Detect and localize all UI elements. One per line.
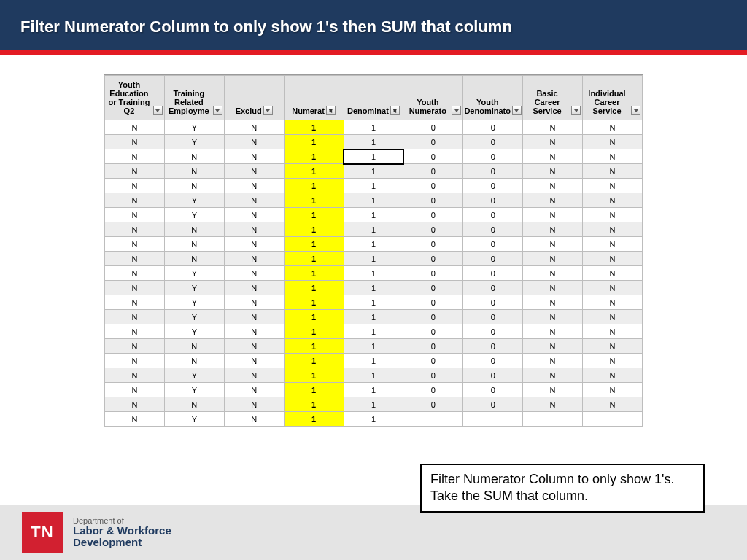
cell[interactable]: N: [105, 179, 165, 193]
cell[interactable]: [403, 412, 463, 427]
cell[interactable]: N: [164, 222, 224, 237]
cell[interactable]: N: [583, 193, 643, 208]
cell[interactable]: N: [523, 222, 583, 237]
cell[interactable]: N: [164, 179, 224, 193]
cell[interactable]: 1: [344, 281, 403, 295]
cell[interactable]: N: [583, 310, 643, 324]
cell[interactable]: 0: [463, 237, 523, 252]
cell[interactable]: 1: [344, 193, 403, 208]
cell[interactable]: Y: [164, 295, 224, 310]
cell[interactable]: 1: [284, 339, 344, 354]
cell[interactable]: N: [523, 368, 583, 383]
filter-dropdown-icon[interactable]: [153, 106, 163, 115]
cell[interactable]: N: [583, 208, 643, 222]
cell[interactable]: N: [105, 397, 165, 412]
cell[interactable]: 1: [284, 222, 344, 237]
cell[interactable]: Y: [164, 266, 224, 281]
cell[interactable]: N: [224, 179, 284, 193]
cell[interactable]: N: [523, 324, 583, 339]
cell[interactable]: N: [105, 222, 165, 237]
cell[interactable]: 1: [344, 324, 403, 339]
cell[interactable]: 1: [284, 135, 344, 149]
cell[interactable]: Y: [164, 120, 224, 135]
cell[interactable]: N: [523, 135, 583, 149]
cell[interactable]: 1: [344, 208, 403, 222]
cell[interactable]: 1: [344, 368, 403, 383]
cell[interactable]: N: [224, 412, 284, 427]
cell[interactable]: N: [523, 383, 583, 397]
cell[interactable]: 0: [463, 368, 523, 383]
cell[interactable]: 0: [403, 179, 463, 193]
cell[interactable]: N: [224, 397, 284, 412]
cell[interactable]: N: [523, 193, 583, 208]
cell[interactable]: N: [224, 310, 284, 324]
cell[interactable]: [583, 412, 643, 427]
cell[interactable]: N: [224, 339, 284, 354]
cell[interactable]: 0: [403, 237, 463, 252]
cell[interactable]: N: [583, 179, 643, 193]
cell[interactable]: N: [105, 252, 165, 266]
filter-dropdown-icon[interactable]: [213, 106, 222, 115]
cell[interactable]: N: [523, 179, 583, 193]
cell[interactable]: 1: [284, 383, 344, 397]
cell[interactable]: N: [583, 135, 643, 149]
cell[interactable]: N: [224, 222, 284, 237]
filter-dropdown-icon[interactable]: [571, 106, 581, 115]
cell[interactable]: 1: [284, 397, 344, 412]
cell[interactable]: N: [105, 237, 165, 252]
cell[interactable]: N: [224, 252, 284, 266]
cell[interactable]: N: [224, 208, 284, 222]
cell[interactable]: N: [224, 164, 284, 179]
cell[interactable]: N: [164, 397, 224, 412]
cell[interactable]: N: [523, 397, 583, 412]
cell[interactable]: N: [523, 266, 583, 281]
cell[interactable]: 0: [463, 310, 523, 324]
cell[interactable]: N: [105, 164, 165, 179]
cell[interactable]: 1: [284, 164, 344, 179]
cell[interactable]: N: [224, 135, 284, 149]
cell[interactable]: N: [164, 164, 224, 179]
cell[interactable]: N: [105, 368, 165, 383]
cell[interactable]: 0: [403, 266, 463, 281]
cell[interactable]: 1: [344, 149, 403, 164]
cell[interactable]: 1: [284, 354, 344, 368]
cell[interactable]: 0: [403, 135, 463, 149]
cell[interactable]: N: [105, 339, 165, 354]
cell[interactable]: N: [583, 164, 643, 179]
cell[interactable]: N: [105, 193, 165, 208]
cell[interactable]: 0: [463, 135, 523, 149]
cell[interactable]: N: [105, 281, 165, 295]
cell[interactable]: 1: [344, 397, 403, 412]
cell[interactable]: 0: [463, 266, 523, 281]
cell[interactable]: 0: [403, 252, 463, 266]
cell[interactable]: 1: [344, 222, 403, 237]
cell[interactable]: N: [224, 120, 284, 135]
cell[interactable]: N: [224, 193, 284, 208]
cell[interactable]: 1: [344, 237, 403, 252]
cell[interactable]: 0: [463, 383, 523, 397]
cell[interactable]: 0: [403, 324, 463, 339]
cell[interactable]: N: [583, 149, 643, 164]
cell[interactable]: N: [224, 281, 284, 295]
cell[interactable]: 0: [463, 324, 523, 339]
cell[interactable]: N: [523, 310, 583, 324]
cell[interactable]: N: [583, 324, 643, 339]
cell[interactable]: N: [224, 354, 284, 368]
cell[interactable]: N: [105, 120, 165, 135]
cell[interactable]: 1: [344, 354, 403, 368]
filter-active-icon[interactable]: [326, 106, 336, 115]
cell[interactable]: Y: [164, 281, 224, 295]
cell[interactable]: 1: [344, 120, 403, 135]
cell[interactable]: 0: [403, 193, 463, 208]
cell[interactable]: N: [583, 339, 643, 354]
cell[interactable]: 1: [344, 383, 403, 397]
cell[interactable]: N: [523, 208, 583, 222]
cell[interactable]: 1: [284, 266, 344, 281]
cell[interactable]: N: [583, 222, 643, 237]
cell[interactable]: 0: [463, 120, 523, 135]
cell[interactable]: 1: [284, 295, 344, 310]
cell[interactable]: N: [583, 120, 643, 135]
filter-dropdown-icon[interactable]: [512, 106, 522, 115]
cell[interactable]: N: [583, 354, 643, 368]
cell[interactable]: N: [224, 149, 284, 164]
